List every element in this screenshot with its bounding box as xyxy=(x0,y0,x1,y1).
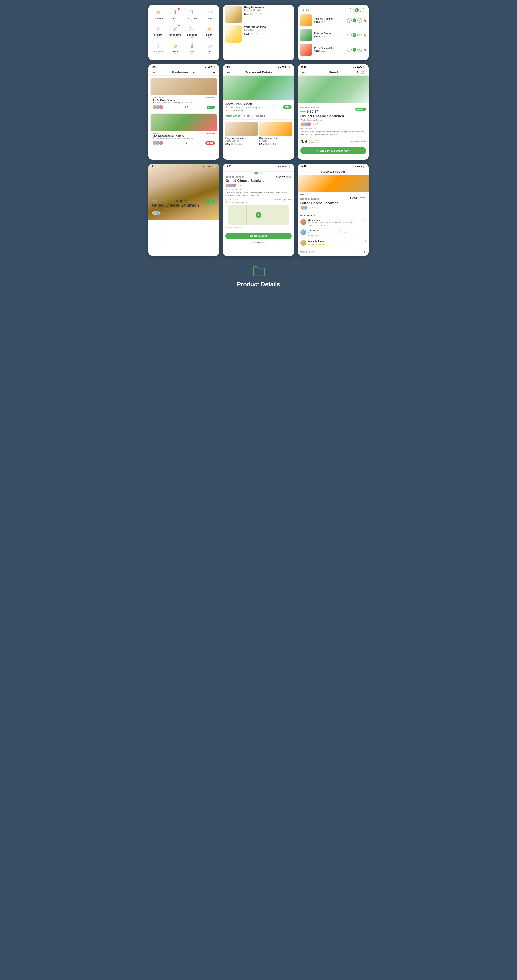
food-cards-panel: Easy Indonesian Cheese Bread $2.5 $5.5 ★… xyxy=(223,5,294,60)
product-name: Grilled Cheese Sandwich xyxy=(300,114,366,118)
bookmark-3[interactable]: 🔖 xyxy=(364,49,367,51)
category-pizza[interactable]: PIZZA 33 xyxy=(201,24,217,39)
beer-count: 25 xyxy=(174,52,176,55)
qty-controls-3[interactable]: − 0 + xyxy=(347,48,362,52)
svg-point-6 xyxy=(208,11,209,12)
review-panel: 9:41 ▲▲ WiFi 🔋 ← Review Product RECIPES … xyxy=(298,164,369,256)
category-brochete[interactable]: BROCHETE 73 xyxy=(167,24,183,39)
bookmark-2[interactable]: 🔖 xyxy=(364,34,367,37)
category-shrimp[interactable]: SHRIMP 24 xyxy=(150,24,166,39)
category-fish[interactable]: FISH 71 xyxy=(201,7,217,22)
pizza-count: 33 xyxy=(208,36,210,38)
category-mill[interactable]: MILL 62 xyxy=(184,40,200,56)
rest-detail-name: Joe's Crab Shack xyxy=(225,102,260,106)
reply-link-1[interactable]: 1 REPLY xyxy=(308,224,315,226)
reply-btn-2[interactable]: REPLY xyxy=(308,235,313,237)
time-4: 9:41 xyxy=(152,66,157,68)
back-button-4[interactable]: ← xyxy=(152,70,156,75)
qty-controls-top[interactable]: − 0 + xyxy=(350,8,364,12)
mill-label: MILL xyxy=(190,51,195,52)
chicken-label: CHICKEN xyxy=(154,17,163,19)
status-bar-9: 9:41 ▲▲ WiFi 🔋 xyxy=(298,164,369,168)
send-icon[interactable]: ➤ xyxy=(363,250,366,254)
category-tea[interactable]: TEA 93 xyxy=(201,40,217,56)
qty-display: 0 xyxy=(355,8,359,12)
carrot-count: 89 xyxy=(174,19,176,22)
category-cutlery[interactable]: CUTLERY 13 xyxy=(184,7,200,22)
reply-btn-1[interactable]: REPLY xyxy=(317,224,322,226)
svg-point-14 xyxy=(157,43,159,44)
bookmark-1[interactable]: 🔖 xyxy=(364,19,367,22)
large-food-image: RECIPES / BURGER $55.5 $ 30.37 50% OFF G… xyxy=(148,164,219,220)
back-button-9[interactable]: ← xyxy=(301,170,305,174)
menu-item-name-3: Pizza Quesadillas xyxy=(314,47,345,49)
category-panel: CHICKEN 17 CARROT 89 xyxy=(148,5,219,60)
qty-controls-1[interactable]: − 0 + xyxy=(347,18,362,22)
menu-item-1[interactable]: Toasted Pumpkin $0.63 $87 − 0 + 🔖 xyxy=(300,14,367,27)
back-button-7[interactable]: ← xyxy=(151,169,155,173)
cart-panel: ★ 4.3 − 0 + Toasted Pumpkin $0.63 $87 xyxy=(298,5,369,60)
restaurant-item-2[interactable]: BREAD 1km away The Cheesecake Factory 📍 … xyxy=(150,113,217,147)
off-badge: 50% OFF xyxy=(355,108,366,111)
how-to-get[interactable]: 🗺️ How to get there xyxy=(274,199,292,200)
cart-icon[interactable]: 🛒 xyxy=(360,70,365,75)
qty-controls-2[interactable]: − 0 + xyxy=(347,33,362,37)
food-sub-2: de Gallo xyxy=(244,29,292,31)
back-button-6[interactable]: ← xyxy=(301,70,305,75)
svg-point-11 xyxy=(190,30,195,31)
restaurant-detail-image xyxy=(223,76,294,100)
menu-item-2[interactable]: Pots de Creme $0.42 $87 − 0 + 🔖 xyxy=(300,29,367,41)
plus-btn[interactable]: + xyxy=(360,8,364,12)
brochete-label: BROCHETE xyxy=(170,34,181,36)
detail-food-2[interactable]: Watermelon Pico de Gallo $2.5 $5.5 ★ 4.3 xyxy=(259,121,292,145)
menu-item-3[interactable]: Pizza Quesadillas $0.68 $87 − 0 + 🔖 xyxy=(300,44,367,56)
menu-icon-4[interactable]: ☰ xyxy=(213,70,216,74)
category-beer[interactable]: BEER 25 xyxy=(167,40,183,56)
fish-count: 71 xyxy=(208,19,210,22)
map-placeholder: m xyxy=(228,205,289,225)
category-noodles[interactable]: NOODLES 79 xyxy=(184,24,200,39)
category-cocktail[interactable]: COCKTAIL 32 xyxy=(150,40,166,56)
tab-dinner[interactable]: DINNER xyxy=(256,115,265,119)
write-review-area[interactable]: ➤ xyxy=(298,248,369,256)
category-carrot[interactable]: CARROT 89 xyxy=(167,7,183,22)
back-button-8[interactable]: ← xyxy=(227,167,230,172)
go-restaurant-button[interactable]: Go Restaurant xyxy=(225,233,291,239)
write-review-input[interactable] xyxy=(300,251,361,253)
price-old-1: $5.5 xyxy=(251,13,255,15)
product-location: 📍 Jln. Sendowo, Depok xyxy=(300,119,366,121)
reviewer-avatar-1 xyxy=(300,219,306,225)
avatars-1 xyxy=(152,105,163,109)
price-old-2: $5.5 xyxy=(251,32,255,35)
review-product-image xyxy=(298,175,369,192)
detail-food-1[interactable]: Easy Indonesian Cheese Bread $2.5 $5.5 ★… xyxy=(225,121,258,145)
reviewer-avatar-2 xyxy=(300,229,306,235)
review-1: Alice Myers ★ 5 ♡ 1 Fusce vehicula dolor… xyxy=(298,218,369,228)
order-button[interactable]: From $ 30.37 | Order Now xyxy=(300,147,366,154)
rating-2: 4.3 xyxy=(258,32,262,35)
tea-count: 93 xyxy=(208,52,210,55)
food-card-2[interactable]: Watermelon Pico de Gallo $2.5 $5.5 ★ 4.3 xyxy=(225,25,292,43)
review-product-name: Grilled Cheese Sandwich xyxy=(300,201,366,205)
avatars-2 xyxy=(152,141,163,145)
tab-lunch[interactable]: LUNCH xyxy=(244,115,252,119)
status-bar-6: 9:41 ▲▲ WiFi 🔋 xyxy=(298,64,369,69)
category-chicken[interactable]: CHICKEN 17 xyxy=(150,7,166,22)
rest-detail-addr: 19793 Effertz Wall, Simonisport xyxy=(229,106,260,109)
review-3: Kimberly Jordan ★ 5 ♡ 1 ★ ★ ★ ★ ★ xyxy=(298,239,369,248)
write-review-link[interactable]: ✏️ Write a review xyxy=(350,140,366,143)
share-icon[interactable]: ↑ xyxy=(357,70,358,75)
food-card-1[interactable]: Easy Indonesian Cheese Bread $2.5 $5.5 ★… xyxy=(225,6,292,23)
open-badge-1: OPEN xyxy=(206,106,215,109)
more-link[interactable]: MORE › xyxy=(330,133,337,135)
rest-addr-2: 📍 560 Jeremy Place Suite 828, North Herm… xyxy=(152,137,215,140)
back-button-5[interactable]: ← xyxy=(227,70,230,75)
tab-breakfast[interactable]: BREAKFAST xyxy=(225,115,240,119)
restaurant-item-1[interactable]: JUNKFOOD 2km away Joe's Crab Shack 📍 197… xyxy=(150,78,217,111)
time-9: 9:41 xyxy=(301,165,306,168)
restaurant-list-panel: 9:41 ▲ WiFi 🔋 ← Restaurant List ☰ JUNKFO… xyxy=(148,64,219,160)
fish-label: FISH xyxy=(207,17,211,19)
minus-btn[interactable]: − xyxy=(350,8,354,12)
open-pill: OPEN xyxy=(283,105,292,108)
folder-icon xyxy=(10,266,507,278)
